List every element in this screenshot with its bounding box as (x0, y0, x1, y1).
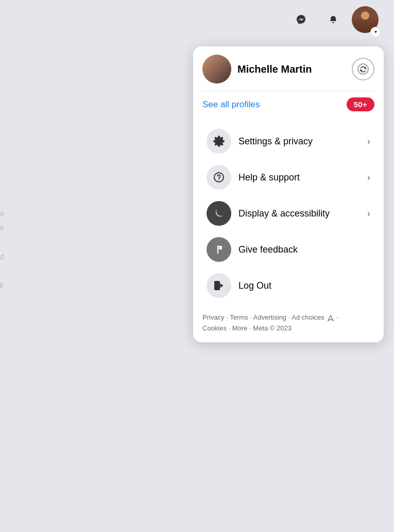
menu-item-give-feedback[interactable]: ! Give feedback (197, 232, 380, 267)
profile-name: Michelle Martin (237, 63, 312, 75)
chevron-right-icon: › (367, 208, 370, 219)
footer-terms-link[interactable]: Terms (230, 313, 248, 321)
footer-adchoices-link[interactable]: Ad choices (292, 313, 324, 321)
display-accessibility-label: Display & accessibility (238, 208, 330, 219)
help-support-label: Help & support (238, 172, 300, 183)
avatar-container[interactable]: ▾ (352, 6, 379, 33)
profile-card: Michelle Martin See all profiles 50+ (193, 46, 384, 119)
footer-advertising-link[interactable]: Advertising (253, 313, 286, 321)
see-all-row: See all profiles 50+ (202, 97, 374, 111)
menu-item-help-support[interactable]: Help & support › (197, 160, 380, 195)
adchoices-icon (327, 314, 334, 322)
svg-point-4 (218, 179, 219, 180)
footer-more-link[interactable]: More (232, 324, 248, 332)
footer-privacy-link[interactable]: Privacy (202, 313, 225, 321)
footer-cookies-link[interactable]: Cookies (202, 324, 227, 332)
profile-avatar (202, 55, 231, 84)
settings-privacy-label: Settings & privacy (238, 136, 313, 147)
see-all-profiles-link[interactable]: See all profiles (202, 99, 260, 110)
refresh-icon (357, 63, 369, 75)
logout-icon (213, 279, 225, 292)
svg-point-6 (217, 253, 218, 254)
messenger-button[interactable] (288, 6, 315, 33)
display-icon-circle (207, 201, 231, 226)
logout-icon-circle (207, 273, 231, 298)
gear-icon (213, 135, 225, 147)
left-partial-text: o e d ll (0, 206, 4, 293)
give-feedback-label: Give feedback (238, 244, 298, 255)
menu-item-display-accessibility[interactable]: Display & accessibility › (197, 196, 380, 231)
moon-icon (213, 208, 225, 219)
divider (202, 91, 374, 91)
profile-left: Michelle Martin (202, 55, 312, 84)
log-out-label: Log Out (238, 280, 271, 291)
profile-avatar-image (202, 55, 231, 84)
chevron-right-icon: › (367, 136, 370, 147)
menu-item-left: Log Out (207, 273, 271, 298)
bell-icon (327, 13, 339, 26)
footer-separator: · (229, 324, 232, 332)
dropdown-panel: Michelle Martin See all profiles 50+ (193, 46, 384, 342)
menu-list: Settings & privacy › Help & support › (193, 119, 384, 307)
svg-point-2 (358, 64, 368, 74)
feedback-icon-circle: ! (207, 237, 231, 262)
chevron-right-icon: › (367, 172, 370, 183)
notifications-button[interactable] (320, 6, 347, 33)
footer-separator: · (336, 313, 338, 321)
menu-item-settings-privacy[interactable]: Settings & privacy › (197, 124, 380, 159)
svg-marker-9 (328, 315, 333, 321)
footer-meta-copyright: Meta © 2023 (253, 324, 292, 332)
svg-text:!: ! (218, 246, 219, 250)
menu-item-left: Settings & privacy (207, 129, 313, 154)
menu-item-left: ! Give feedback (207, 237, 298, 262)
menu-item-left: Display & accessibility (207, 201, 330, 226)
flag-icon: ! (213, 244, 225, 255)
footer-links: Privacy · Terms · Advertising · Ad choic… (193, 307, 384, 342)
messenger-icon (295, 13, 308, 26)
top-bar: ▾ (0, 0, 394, 39)
chevron-down-icon: ▾ (370, 27, 381, 37)
question-icon (213, 171, 225, 184)
profile-row: Michelle Martin (202, 55, 374, 84)
help-icon-circle (207, 165, 231, 190)
switch-account-button[interactable] (352, 58, 374, 80)
menu-item-left: Help & support (207, 165, 300, 190)
menu-item-log-out[interactable]: Log Out (197, 268, 380, 303)
settings-icon-circle (207, 129, 231, 154)
profiles-badge: 50+ (347, 97, 374, 111)
